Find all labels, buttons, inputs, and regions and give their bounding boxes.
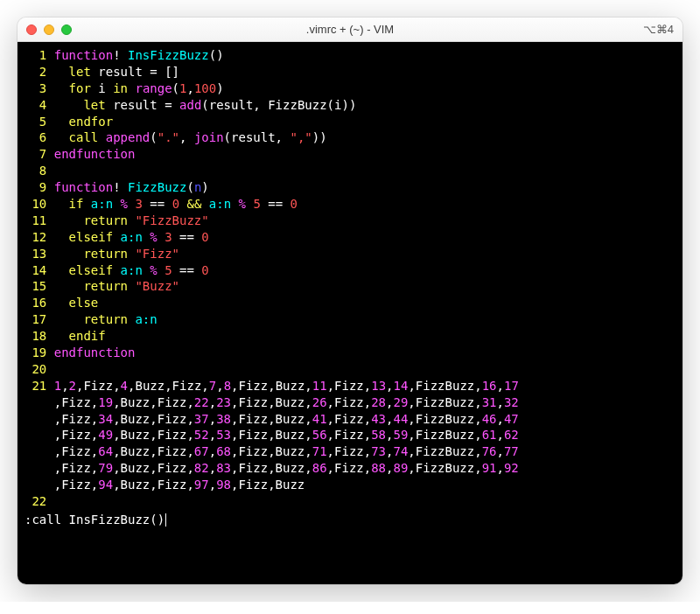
code-token: , <box>386 379 393 393</box>
code-token: ,FizzBuzz, <box>408 379 481 393</box>
code-token: ,Fizz,Buzz, <box>231 444 312 458</box>
code-line[interactable]: 1function! InsFizzBuzz() <box>24 47 676 64</box>
code-token: 53 <box>216 428 231 442</box>
code-token: 74 <box>393 444 408 458</box>
code-line-wrap[interactable]: ,Fizz,79,Buzz,Fizz,82,83,Fizz,Buzz,86,Fi… <box>24 460 676 477</box>
code-token: ,FizzBuzz, <box>408 412 481 426</box>
code-line[interactable]: 22 <box>24 493 676 510</box>
code-token: 61 <box>482 428 497 442</box>
zoom-icon[interactable] <box>61 24 72 35</box>
code-content: endfor <box>54 114 113 130</box>
code-token: ,FizzBuzz, <box>408 428 481 442</box>
terminal-window: .vimrc + (~) - VIM ⌥⌘4 1function! InsFiz… <box>18 17 682 584</box>
code-token: == <box>179 230 194 244</box>
line-number: 19 <box>24 345 46 361</box>
code-content: elseif a:n % 3 == 0 <box>54 229 209 246</box>
command-line[interactable]: :call InsFizzBuzz() <box>24 512 676 528</box>
code-token: ,Fizz,Buzz, <box>231 461 312 475</box>
code-token: [] <box>158 65 179 79</box>
line-number: 10 <box>24 196 46 213</box>
code-line[interactable]: 3 for i in range(1,100) <box>24 80 676 97</box>
line-number: 12 <box>24 229 46 246</box>
code-line[interactable]: 15 return "Buzz" <box>24 278 676 295</box>
titlebar[interactable]: .vimrc + (~) - VIM ⌥⌘4 <box>18 17 682 42</box>
code-line[interactable]: 11 return "FizzBuzz" <box>24 213 676 229</box>
code-token: a:n <box>121 263 143 277</box>
code-token: a:n <box>121 230 143 244</box>
code-line[interactable]: 7endfunction <box>24 146 676 163</box>
code-token: "Buzz" <box>135 279 179 293</box>
code-token: ,Buzz,Fizz, <box>128 379 209 393</box>
code-token: ,Fizz,Buzz, <box>231 395 312 409</box>
code-line[interactable]: 18 endif <box>24 328 676 345</box>
code-token: 5 <box>164 263 172 277</box>
code-line[interactable]: 211,2,Fizz,4,Buzz,Fizz,7,8,Fizz,Buzz,11,… <box>24 378 676 394</box>
code-line[interactable]: 16 else <box>24 295 676 311</box>
code-token: 23 <box>216 395 231 409</box>
code-token <box>54 115 69 129</box>
code-token: , <box>216 379 223 393</box>
code-token: ,Fizz, <box>54 395 99 409</box>
code-line-wrap[interactable]: ,Fizz,34,Buzz,Fizz,37,38,Fizz,Buzz,41,Fi… <box>24 411 676 428</box>
code-token: ( <box>172 81 179 95</box>
code-line[interactable]: 12 elseif a:n % 3 == 0 <box>24 229 676 246</box>
code-token: 100 <box>194 81 216 95</box>
line-number: 1 <box>24 47 46 64</box>
code-content: ,Fizz,79,Buzz,Fizz,82,83,Fizz,Buzz,86,Fi… <box>54 460 519 477</box>
line-number: 16 <box>24 295 46 311</box>
code-token: % <box>121 197 128 211</box>
code-line[interactable]: 19endfunction <box>24 345 676 361</box>
code-line-wrap[interactable]: ,Fizz,64,Buzz,Fizz,67,68,Fizz,Buzz,71,Fi… <box>24 443 676 460</box>
code-content: ,Fizz,49,Buzz,Fizz,52,53,Fizz,Buzz,56,Fi… <box>54 427 519 443</box>
code-content: 1,2,Fizz,4,Buzz,Fizz,7,8,Fizz,Buzz,11,Fi… <box>54 378 519 394</box>
code-token: ,Fizz, <box>327 395 372 409</box>
code-line[interactable]: 20 <box>24 361 676 378</box>
code-token: 5 <box>253 197 260 211</box>
line-number: 20 <box>24 361 46 378</box>
code-token <box>113 263 120 277</box>
code-token: ,Buzz,Fizz, <box>113 395 194 409</box>
code-token <box>158 230 164 244</box>
code-line[interactable]: 5 endfor <box>24 114 676 130</box>
code-token: 83 <box>216 461 231 475</box>
editor-area[interactable]: 1function! InsFizzBuzz()2 let result = [… <box>18 42 682 584</box>
code-token: ,Fizz, <box>327 412 372 426</box>
code-token <box>83 197 90 211</box>
code-token: ( <box>186 180 193 194</box>
code-token: 26 <box>312 395 327 409</box>
code-token: a:n <box>209 197 231 211</box>
code-token: ,Fizz, <box>54 461 99 475</box>
code-token: 46 <box>482 412 497 426</box>
code-token: 41 <box>312 412 327 426</box>
code-token <box>54 230 69 244</box>
code-line[interactable]: 8 <box>24 163 676 179</box>
minimize-icon[interactable] <box>44 24 54 35</box>
line-number: 3 <box>24 80 46 97</box>
code-token: == <box>150 197 164 211</box>
code-line[interactable]: 17 return a:n <box>24 311 676 328</box>
code-line[interactable]: 13 return "Fizz" <box>24 246 676 262</box>
code-content: return "Buzz" <box>54 278 179 295</box>
code-line-wrap[interactable]: ,Fizz,94,Buzz,Fizz,97,98,Fizz,Buzz <box>24 477 676 493</box>
line-number: 2 <box>24 64 46 80</box>
code-content: ,Fizz,94,Buzz,Fizz,97,98,Fizz,Buzz <box>54 477 305 493</box>
code-token: return <box>83 213 128 227</box>
wrap-indent <box>24 460 54 477</box>
code-line[interactable]: 10 if a:n % 3 == 0 && a:n % 5 == 0 <box>24 196 676 213</box>
code-token: ,Fizz,Buzz, <box>231 379 312 393</box>
code-content: endfunction <box>54 146 136 163</box>
close-icon[interactable] <box>26 24 37 35</box>
code-token: 86 <box>312 461 327 475</box>
code-line[interactable]: 4 let result = add(result, FizzBuzz(i)) <box>24 97 676 114</box>
code-token: 11 <box>312 379 327 393</box>
code-line[interactable]: 2 let result = [] <box>24 64 676 80</box>
line-number: 22 <box>24 493 46 510</box>
code-line-wrap[interactable]: ,Fizz,19,Buzz,Fizz,22,23,Fizz,Buzz,26,Fi… <box>24 394 676 411</box>
code-line[interactable]: 6 call append(".", join(result, ",")) <box>24 129 676 146</box>
code-line[interactable]: 9function! FizzBuzz(n) <box>24 179 676 196</box>
code-line[interactable]: 14 elseif a:n % 5 == 0 <box>24 262 676 279</box>
line-number: 14 <box>24 262 46 279</box>
code-token: 68 <box>216 444 231 458</box>
line-number: 18 <box>24 328 46 345</box>
code-line-wrap[interactable]: ,Fizz,49,Buzz,Fizz,52,53,Fizz,Buzz,56,Fi… <box>24 427 676 443</box>
